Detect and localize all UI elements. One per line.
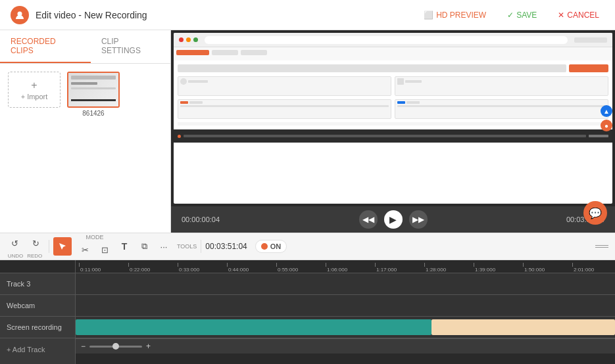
ruler-time-8: 1:39:000 xyxy=(475,267,495,273)
undo-redo-labels: UNDO REDO xyxy=(8,253,43,259)
add-track-button[interactable]: + Add Track xyxy=(0,338,75,360)
ruler-mark-1: 0:22:000 xyxy=(128,263,178,273)
text-tool-button[interactable]: T xyxy=(115,237,134,256)
bottom-controls: − + xyxy=(76,338,615,353)
maximize-dot xyxy=(193,37,198,42)
ruler-line xyxy=(326,263,326,267)
close-dot xyxy=(179,37,184,42)
editor-toolbar: ↺ ↻ UNDO REDO MODE ✂ ⊡ T ⧉ ··· xyxy=(0,233,615,260)
header-left: Edit video - New Recording xyxy=(11,6,147,24)
track-row-screen xyxy=(76,317,615,338)
nav-icons xyxy=(574,37,607,43)
rec-label: ON xyxy=(270,242,282,250)
side-icon-orange[interactable]: ● xyxy=(601,120,612,131)
separator-1 xyxy=(49,240,49,253)
forward-button[interactable]: ▶▶ xyxy=(409,210,428,229)
hd-preview-button[interactable]: ⬜ HD PREVIEW xyxy=(418,8,491,22)
select-tool-button[interactable] xyxy=(53,237,72,256)
ruler-mark-4: 0:55:000 xyxy=(276,263,326,273)
track-row-3 xyxy=(76,273,615,295)
clip-image-inner xyxy=(68,73,118,106)
rec-dot xyxy=(261,243,268,250)
main-layout: RECORDED CLIPS CLIP SETTINGS + + Import … xyxy=(0,30,615,233)
undo-group: ↺ ↻ UNDO REDO xyxy=(5,234,45,259)
track-label-3: Track 3 xyxy=(0,273,75,295)
preview-card-3 xyxy=(178,99,391,119)
cut-tool-button[interactable]: ✂ xyxy=(76,240,94,259)
crop-tool-button[interactable]: ⊡ xyxy=(95,240,114,259)
ruler-mark-9: 1:50:000 xyxy=(523,263,572,273)
bottom-bar-preview xyxy=(174,129,612,143)
teal-block[interactable] xyxy=(76,319,431,335)
ruler-mark-5: 1:06:000 xyxy=(326,263,375,273)
header: Edit video - New Recording ⬜ HD PREVIEW … xyxy=(0,0,615,30)
video-controls: 00:00:00:04 ◀◀ ▶ ▶▶ 00:03:51:04 xyxy=(171,206,615,233)
tab-recorded-clips[interactable]: RECORDED CLIPS xyxy=(0,30,91,63)
current-time-display: 00:03:51:04 xyxy=(205,242,247,251)
ruler-line xyxy=(128,263,129,267)
tab-clip-settings[interactable]: CLIP SETTINGS xyxy=(91,30,170,63)
drag-handle[interactable] xyxy=(594,244,610,249)
track-row-webcam xyxy=(76,295,615,317)
undo-button[interactable]: ↺ xyxy=(5,234,24,252)
ruler-time-5: 1:06:000 xyxy=(327,267,347,273)
ruler-line xyxy=(375,263,376,267)
preview-card-row-1 xyxy=(178,76,608,96)
save-button[interactable]: ✓ SAVE xyxy=(502,8,542,22)
preview-card-row-2 xyxy=(178,99,608,119)
ruler-spacer xyxy=(0,260,75,273)
timeline-ruler: 0:11:000 0:22:000 0:33:000 0:44:000 xyxy=(76,260,615,273)
ruler-time-9: 1:50:000 xyxy=(524,267,545,273)
ruler-line xyxy=(276,263,277,267)
zoom-slider[interactable] xyxy=(89,346,142,348)
separator-2 xyxy=(201,240,201,253)
ruler-line xyxy=(178,263,178,267)
ruler-line xyxy=(227,263,228,267)
rec-indicator: ON xyxy=(255,240,287,253)
zoom-thumb[interactable] xyxy=(112,343,119,350)
ruler-marks: 0:11:000 0:22:000 0:33:000 0:44:000 xyxy=(76,263,615,273)
check-icon: ✓ xyxy=(507,11,514,20)
preview-card-1 xyxy=(178,76,391,96)
track-label-screen: Screen recording xyxy=(0,317,75,338)
logo-icon xyxy=(11,6,29,24)
header-title: Edit video - New Recording xyxy=(36,10,147,20)
ruler-time-10: 2:01:000 xyxy=(574,267,594,273)
ruler-mark-8: 1:39:000 xyxy=(474,263,523,273)
side-icon-blue[interactable]: ▲ xyxy=(601,105,612,117)
ruler-time-3: 0:44:000 xyxy=(228,267,249,273)
cancel-button[interactable]: ✕ CANCEL xyxy=(553,8,604,22)
ruler-time-2: 0:33:000 xyxy=(179,267,199,273)
ruler-mark-10: 2:01:000 xyxy=(572,263,615,273)
clip-thumb[interactable]: 861426 xyxy=(67,72,120,117)
zoom-out-button[interactable]: − xyxy=(81,342,86,351)
clip-label: 861426 xyxy=(82,110,104,117)
ruler-time-7: 1:28:000 xyxy=(426,267,446,273)
preview-footer xyxy=(178,122,608,125)
side-icons: ▲ ● xyxy=(598,102,615,134)
zoom-in-button[interactable]: + xyxy=(146,342,151,351)
split-tool-button[interactable]: ⧉ xyxy=(135,237,153,256)
ruler-line xyxy=(424,263,425,267)
video-preview: ▲ ● xyxy=(171,30,615,206)
plus-icon: + xyxy=(31,80,37,91)
ruler-time-1: 0:22:000 xyxy=(130,267,150,273)
rewind-button[interactable]: ◀◀ xyxy=(359,210,378,229)
preview-card-2 xyxy=(395,76,608,96)
preview-browser-bar xyxy=(174,33,612,47)
import-button[interactable]: + + Import xyxy=(8,72,61,108)
play-button[interactable]: ▶ xyxy=(384,210,403,229)
url-bar xyxy=(205,36,568,44)
x-icon: ✕ xyxy=(558,11,564,20)
more-tool-button[interactable]: ··· xyxy=(155,237,173,256)
header-actions: ⬜ HD PREVIEW ✓ SAVE ✕ CANCEL xyxy=(418,8,604,22)
chat-button[interactable]: 💬 xyxy=(583,201,607,225)
cream-block[interactable] xyxy=(431,319,615,335)
left-panel: RECORDED CLIPS CLIP SETTINGS + + Import … xyxy=(0,30,171,233)
ruler-line xyxy=(79,263,80,267)
hd-icon: ⬜ xyxy=(424,11,433,20)
tracks-content: 0:11:000 0:22:000 0:33:000 0:44:000 xyxy=(76,260,615,364)
preview-card-4 xyxy=(395,99,608,119)
clip-area: + + Import 861426 xyxy=(0,64,170,125)
redo-button[interactable]: ↻ xyxy=(26,234,45,252)
